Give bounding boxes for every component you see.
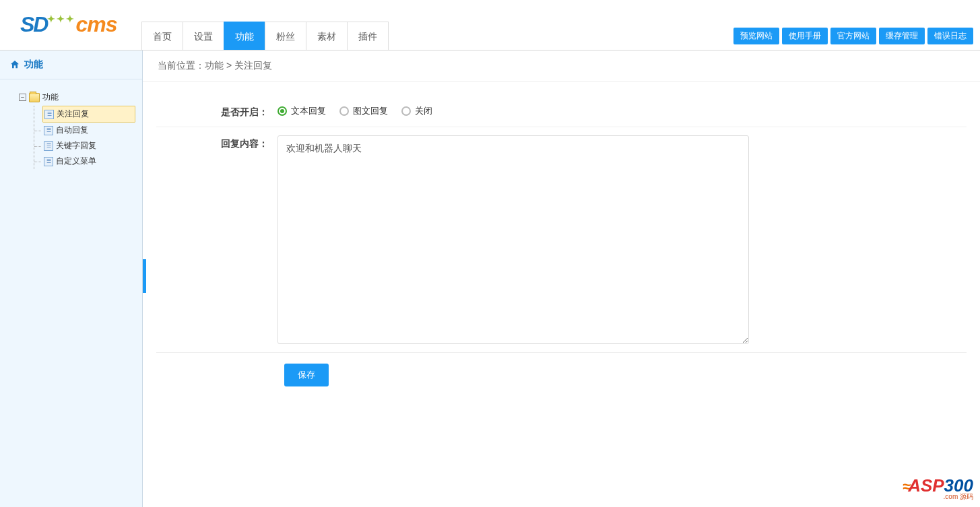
- reply-content-textarea[interactable]: [277, 135, 749, 344]
- sidebar-tree: − 功能 ☰ 关注回复 ☰ 自动回复 ☰ 关键字回复 ☰: [0, 79, 142, 176]
- save-button[interactable]: 保存: [284, 364, 329, 386]
- breadcrumb: 当前位置：功能 > 关注回复: [143, 50, 980, 82]
- toplink-official[interactable]: 官方网站: [830, 28, 876, 44]
- form-row-content: 回复内容：: [156, 127, 967, 353]
- tree-item-label: 自动回复: [56, 125, 88, 136]
- radio-richtext-reply[interactable]: 图文回复: [339, 105, 388, 117]
- sidebar: 功能 − 功能 ☰ 关注回复 ☰ 自动回复 ☰ 关键字回复: [0, 50, 143, 507]
- logo: SD✦✦✦cms: [20, 12, 117, 37]
- tree-root[interactable]: − 功能: [19, 92, 135, 103]
- tree-item-label: 自定义菜单: [56, 156, 96, 167]
- logo-part2: cms: [75, 12, 117, 36]
- radio-label: 文本回复: [291, 105, 326, 117]
- radio-icon: [401, 106, 411, 116]
- tree-item-custom-menu[interactable]: ☰ 自定义菜单: [34, 154, 135, 169]
- logo-decoration: ✦✦✦: [47, 13, 75, 24]
- file-icon: ☰: [44, 126, 53, 135]
- breadcrumb-sep: >: [224, 60, 234, 71]
- header: SD✦✦✦cms 首页 设置 功能 粉丝 素材 插件 预览网站 使用手册 官方网…: [0, 0, 980, 50]
- form-row-enable: 是否开启： 文本回复 图文回复 关闭: [156, 96, 967, 127]
- breadcrumb-prefix: 当前位置：: [158, 60, 205, 71]
- enable-label: 是否开启：: [156, 104, 277, 119]
- radio-text-reply[interactable]: 文本回复: [277, 105, 326, 117]
- radio-group: 文本回复 图文回复 关闭: [277, 104, 432, 117]
- tree-item-follow-reply[interactable]: ☰ 关注回复: [42, 106, 135, 123]
- top-nav: 首页 设置 功能 粉丝 素材 插件: [141, 22, 388, 50]
- radio-icon: [339, 106, 349, 116]
- collapse-icon[interactable]: −: [19, 94, 26, 101]
- tree-item-auto-reply[interactable]: ☰ 自动回复: [34, 123, 135, 138]
- tree-item-label: 关注回复: [57, 108, 89, 120]
- file-icon: ☰: [44, 157, 53, 166]
- radio-label: 图文回复: [353, 105, 388, 117]
- tree-root-label: 功能: [42, 92, 59, 103]
- home-icon: [9, 59, 20, 70]
- toplink-errorlog[interactable]: 错误日志: [927, 28, 973, 44]
- topnav-home[interactable]: 首页: [141, 22, 183, 50]
- file-icon: ☰: [44, 141, 53, 151]
- form: 是否开启： 文本回复 图文回复 关闭: [143, 82, 980, 400]
- breadcrumb-part: 关注回复: [234, 60, 272, 71]
- radio-icon: [277, 106, 287, 116]
- content-label: 回复内容：: [156, 135, 277, 344]
- toplink-manual[interactable]: 使用手册: [782, 28, 828, 44]
- tree-item-label: 关键字回复: [56, 140, 96, 151]
- topnav-features[interactable]: 功能: [224, 22, 265, 50]
- radio-label: 关闭: [415, 105, 432, 117]
- main-content: 当前位置：功能 > 关注回复 是否开启： 文本回复 图文回复: [143, 50, 980, 507]
- topnav-fans[interactable]: 粉丝: [265, 22, 306, 50]
- sidebar-header: 功能: [0, 50, 142, 79]
- tree-children: ☰ 关注回复 ☰ 自动回复 ☰ 关键字回复 ☰ 自定义菜单: [34, 106, 135, 169]
- toplink-preview[interactable]: 预览网站: [733, 28, 779, 44]
- toplink-cache[interactable]: 缓存管理: [879, 28, 925, 44]
- breadcrumb-part: 功能: [205, 60, 224, 71]
- enable-field: 文本回复 图文回复 关闭: [277, 104, 967, 119]
- topnav-plugins[interactable]: 插件: [347, 22, 389, 50]
- logo-part1: SD: [20, 12, 47, 36]
- sidebar-title: 功能: [24, 59, 43, 71]
- radio-close[interactable]: 关闭: [401, 105, 432, 117]
- top-links: 预览网站 使用手册 官方网站 缓存管理 错误日志: [733, 28, 973, 44]
- folder-icon: [29, 93, 40, 102]
- file-icon: ☰: [44, 110, 54, 119]
- topnav-settings[interactable]: 设置: [183, 22, 224, 50]
- tree-item-keyword-reply[interactable]: ☰ 关键字回复: [34, 138, 135, 154]
- topnav-material[interactable]: 素材: [306, 22, 348, 50]
- content-field: [277, 135, 967, 344]
- body: 功能 − 功能 ☰ 关注回复 ☰ 自动回复 ☰ 关键字回复: [0, 50, 980, 507]
